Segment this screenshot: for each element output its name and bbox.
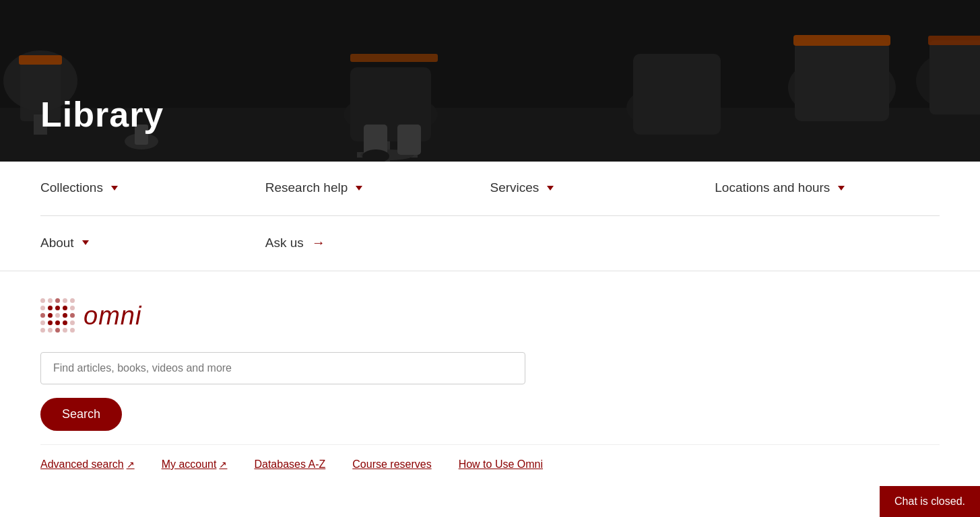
dot bbox=[55, 313, 60, 318]
search-section: omni Search Advanced search ↗ My account… bbox=[0, 271, 980, 497]
quick-link-databases[interactable]: Databases A-Z bbox=[254, 458, 325, 471]
nav-top-row: Collections Research help Services Locat… bbox=[40, 162, 940, 216]
dot bbox=[63, 320, 67, 325]
my-account-arrow-icon: ↗ bbox=[219, 459, 227, 470]
dot-grid bbox=[40, 298, 75, 333]
quick-link-my-account[interactable]: My account ↗ bbox=[162, 458, 228, 471]
dot bbox=[70, 306, 75, 310]
services-dropdown-icon bbox=[547, 186, 554, 191]
dot bbox=[70, 328, 75, 333]
dot bbox=[48, 313, 53, 318]
ask-us-arrow-icon: → bbox=[312, 235, 325, 250]
dot bbox=[55, 320, 60, 325]
locations-dropdown-icon bbox=[838, 186, 845, 191]
nav-ask-us-label: Ask us bbox=[265, 236, 304, 250]
nav-locations-label: Locations and hours bbox=[715, 180, 830, 195]
advanced-search-arrow-icon: ↗ bbox=[127, 459, 135, 470]
omni-logo-text: omni bbox=[84, 302, 141, 331]
research-help-dropdown-icon bbox=[356, 186, 362, 191]
omni-logo: omni bbox=[40, 298, 940, 333]
how-to-use-label: How to Use Omni bbox=[459, 458, 543, 471]
about-dropdown-icon bbox=[82, 240, 89, 245]
collections-dropdown-icon bbox=[111, 186, 118, 191]
search-input-row: Search bbox=[40, 352, 525, 431]
dot bbox=[63, 313, 67, 318]
dot bbox=[63, 298, 67, 303]
dot bbox=[48, 328, 53, 333]
svg-rect-27 bbox=[0, 0, 980, 162]
dot bbox=[70, 320, 75, 325]
dot bbox=[48, 306, 53, 310]
dot bbox=[48, 320, 53, 325]
nav-research-help-label: Research help bbox=[265, 180, 348, 195]
nav-research-help[interactable]: Research help bbox=[265, 162, 490, 215]
hero-title: Library bbox=[40, 94, 164, 135]
nav-services[interactable]: Services bbox=[490, 162, 715, 215]
dot bbox=[55, 306, 60, 310]
advanced-search-label: Advanced search bbox=[40, 458, 124, 471]
search-input[interactable] bbox=[40, 352, 525, 384]
dot bbox=[55, 298, 60, 303]
my-account-label: My account bbox=[162, 458, 217, 471]
dot bbox=[55, 328, 60, 333]
dot bbox=[70, 313, 75, 318]
dot bbox=[48, 298, 53, 303]
dot bbox=[63, 328, 67, 333]
omni-dot-logo bbox=[40, 298, 75, 333]
dot bbox=[70, 298, 75, 303]
databases-label: Databases A-Z bbox=[254, 458, 325, 471]
hero-background bbox=[0, 0, 980, 162]
nav-bottom-row: About Ask us → bbox=[40, 216, 940, 271]
nav-locations[interactable]: Locations and hours bbox=[715, 162, 940, 215]
course-reserves-label: Course reserves bbox=[352, 458, 431, 471]
dot bbox=[40, 328, 45, 333]
nav-about-label: About bbox=[40, 236, 74, 250]
nav-about[interactable]: About bbox=[40, 216, 265, 271]
dot bbox=[63, 306, 67, 310]
nav-collections[interactable]: Collections bbox=[40, 162, 265, 215]
hero-section: Library bbox=[0, 0, 980, 162]
quick-link-how-to-use[interactable]: How to Use Omni bbox=[459, 458, 543, 471]
nav-services-label: Services bbox=[490, 180, 540, 195]
dot bbox=[40, 298, 45, 303]
nav-empty-2 bbox=[715, 216, 940, 271]
nav-empty-1 bbox=[490, 216, 715, 271]
chat-button[interactable]: Chat is closed. bbox=[880, 486, 980, 517]
navigation-section: Collections Research help Services Locat… bbox=[0, 162, 980, 271]
quick-links: Advanced search ↗ My account ↗ Databases… bbox=[40, 444, 940, 471]
quick-link-advanced-search[interactable]: Advanced search ↗ bbox=[40, 458, 135, 471]
quick-link-course-reserves[interactable]: Course reserves bbox=[352, 458, 431, 471]
dot bbox=[40, 320, 45, 325]
nav-ask-us[interactable]: Ask us → bbox=[265, 216, 490, 271]
nav-collections-label: Collections bbox=[40, 180, 103, 195]
dot bbox=[40, 313, 45, 318]
dot bbox=[40, 306, 45, 310]
search-button[interactable]: Search bbox=[40, 398, 122, 431]
